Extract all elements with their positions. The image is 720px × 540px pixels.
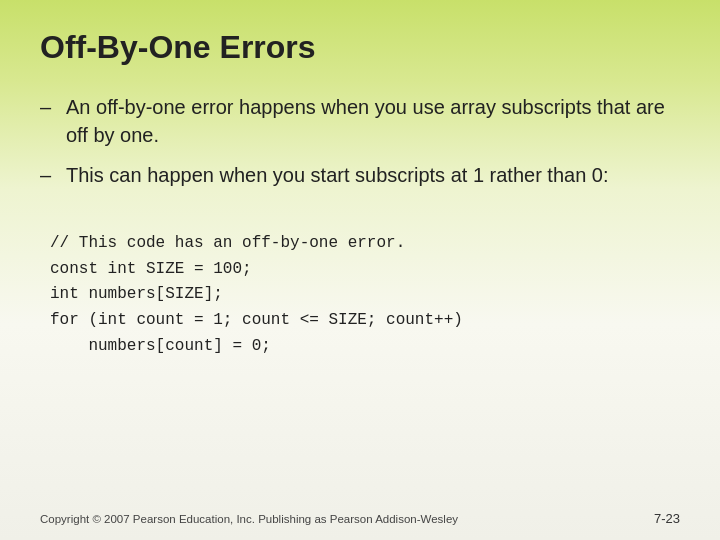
bullet-item-1: – An off-by-one error happens when you u…	[40, 93, 680, 149]
bullet-list: – An off-by-one error happens when you u…	[40, 93, 680, 201]
footer-copyright: Copyright © 2007 Pearson Education, Inc.…	[40, 513, 458, 525]
bullet-item-2: – This can happen when you start subscri…	[40, 161, 680, 189]
code-block: // This code has an off-by-one error. co…	[50, 231, 680, 359]
slide-title: Off-By-One Errors	[40, 30, 680, 65]
code-line-5: numbers[count] = 0;	[50, 334, 680, 360]
footer: Copyright © 2007 Pearson Education, Inc.…	[40, 511, 680, 526]
bullet-text-1: An off-by-one error happens when you use…	[66, 93, 680, 149]
slide-container: Off-By-One Errors – An off-by-one error …	[0, 0, 720, 540]
code-line-3: int numbers[SIZE];	[50, 282, 680, 308]
code-line-4: for (int count = 1; count <= SIZE; count…	[50, 308, 680, 334]
bullet-dash-1: –	[40, 93, 62, 121]
bullet-text-2: This can happen when you start subscript…	[66, 161, 680, 189]
code-line-1: // This code has an off-by-one error.	[50, 231, 680, 257]
code-line-2: const int SIZE = 100;	[50, 257, 680, 283]
footer-page: 7-23	[654, 511, 680, 526]
bullet-dash-2: –	[40, 161, 62, 189]
